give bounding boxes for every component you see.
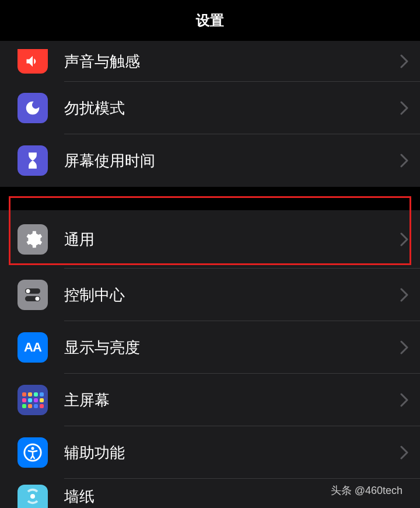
settings-group-1: 声音与触感 勿扰模式 屏幕使用时间 [0, 41, 420, 187]
row-control-center[interactable]: 控制中心 [0, 269, 420, 321]
row-label: 显示与亮度 [64, 337, 400, 358]
wallpaper-icon [18, 485, 48, 508]
row-label: 勿扰模式 [64, 98, 400, 119]
row-sounds[interactable]: 声音与触感 [0, 41, 420, 82]
toggles-icon [18, 280, 48, 310]
hourglass-icon [18, 145, 48, 176]
home-grid-icon [18, 385, 48, 415]
row-accessibility[interactable]: 辅助功能 [0, 426, 420, 479]
header: 设置 [0, 0, 420, 41]
row-label: 屏幕使用时间 [64, 151, 400, 171]
moon-icon [18, 93, 48, 123]
text-size-icon: AA [18, 332, 48, 363]
chevron-right-icon [400, 393, 408, 407]
chevron-right-icon [400, 54, 408, 68]
svg-point-3 [36, 297, 40, 301]
row-label: 声音与触感 [64, 51, 400, 72]
chevron-right-icon [400, 232, 408, 246]
row-display-brightness[interactable]: AA 显示与亮度 [0, 321, 420, 374]
chevron-right-icon [400, 154, 408, 168]
row-home-screen[interactable]: 主屏幕 [0, 374, 420, 426]
page-title: 设置 [196, 11, 224, 30]
row-label: 通用 [64, 229, 400, 250]
chevron-right-icon [400, 340, 408, 354]
row-label: 控制中心 [64, 285, 400, 305]
watermark: 头条 @460tech [331, 483, 402, 497]
row-do-not-disturb[interactable]: 勿扰模式 [0, 82, 420, 134]
svg-point-1 [26, 289, 30, 293]
settings-group-2: 通用 控制中心 AA 显示与亮度 [0, 210, 420, 508]
row-screen-time[interactable]: 屏幕使用时间 [0, 134, 420, 187]
chevron-right-icon [400, 101, 408, 115]
accessibility-icon [18, 437, 48, 468]
gear-icon [18, 224, 48, 255]
row-label: 辅助功能 [64, 443, 400, 463]
sounds-icon [18, 49, 48, 74]
chevron-right-icon [400, 446, 408, 460]
row-label: 主屏幕 [64, 390, 400, 410]
chevron-right-icon [400, 288, 408, 302]
svg-point-5 [31, 447, 34, 450]
row-general[interactable]: 通用 [0, 210, 420, 269]
svg-point-6 [30, 494, 35, 499]
